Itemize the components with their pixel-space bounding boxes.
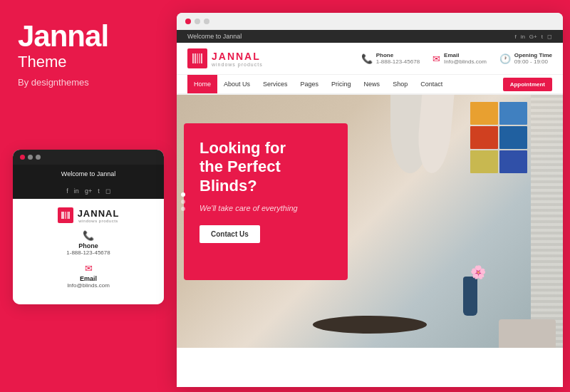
mobile-logo-name: JANNAL [78, 208, 120, 219]
mobile-content: JANNAL windows products 📞 Phone 1-888-12… [13, 199, 164, 304]
site-logo-texts: JANNAL windows products [212, 51, 263, 67]
vase [463, 277, 477, 316]
topbar-google-icon: G+ [529, 33, 537, 40]
nav-item-home[interactable]: Home [187, 75, 217, 93]
nav-item-pricing[interactable]: Pricing [325, 75, 358, 93]
browser-dot-red [185, 19, 191, 24]
slider-dots [181, 192, 185, 211]
brand-subtitle: Theme [18, 53, 159, 71]
site-logo-name: JANNAL [212, 51, 263, 62]
header-phone-icon: 📞 [361, 53, 373, 64]
site-header: JANNAL windows products 📞 Phone 1-888-12… [177, 43, 563, 75]
header-email-value: Info@blinds.com [444, 58, 487, 65]
site-logo-tagline: windows products [212, 62, 263, 67]
browser-chrome [177, 13, 563, 30]
header-phone-label: Phone [376, 52, 420, 58]
site-hero: 🌸 Looking for the Perfect Blinds? We'll … [177, 95, 563, 348]
mobile-logo-tagline: windows products [78, 219, 120, 223]
site-header-info: 📞 Phone 1-888-123-45678 ✉ Email Info@bli… [361, 52, 552, 65]
header-phone-value: 1-888-123-45678 [376, 58, 420, 65]
mobile-email-icon: ✉ [20, 263, 157, 274]
mobile-preview: Welcome to Jannal f in g+ t ◻ [13, 150, 164, 304]
mobile-social-bar: f in g+ t ◻ [13, 183, 164, 199]
topbar-facebook-icon: f [514, 33, 516, 40]
nav-item-pages[interactable]: Pages [294, 75, 326, 93]
site-topbar-social: f in G+ t ◻ [514, 33, 552, 40]
hero-cta-button[interactable]: Contact Us [200, 225, 260, 243]
nav-appointment-button[interactable]: Appointment [503, 78, 552, 91]
site-topbar-welcome: Welcome to Jannal [187, 33, 242, 40]
mobile-dot-1 [28, 155, 33, 160]
site-topbar: Welcome to Jannal f in G+ t ◻ [177, 30, 563, 43]
header-clock-icon: 🕐 [499, 53, 511, 64]
site-logo: JANNAL windows products [187, 48, 263, 68]
sofa-decoration [499, 319, 556, 348]
header-email-item: ✉ Email Info@blinds.com [432, 52, 487, 65]
mobile-twitter-icon: t [98, 187, 100, 195]
art-block-3 [470, 126, 498, 149]
mobile-instagram-icon: ◻ [105, 187, 110, 195]
brand-by: By designthemes [18, 77, 159, 88]
vase-flower: 🌸 [470, 264, 486, 280]
nav-item-news[interactable]: News [358, 75, 387, 93]
nav-item-services[interactable]: Services [256, 75, 294, 93]
art-block-5 [470, 150, 498, 173]
mobile-nav-welcome: Welcome to Jannal [13, 165, 164, 183]
art-block-4 [499, 126, 527, 149]
mobile-email-label: Email [20, 275, 157, 282]
browser-dot-2 [204, 19, 209, 24]
header-email-texts: Email Info@blinds.com [444, 52, 487, 65]
art-block-6 [499, 150, 527, 173]
mobile-email-info: ✉ Email Info@blinds.com [20, 263, 157, 289]
topbar-instagram-icon: ◻ [547, 33, 552, 40]
table-shape [313, 316, 427, 334]
mobile-phone-icon: 📞 [20, 230, 157, 241]
hero-subtext: We'll take care of everything [200, 204, 332, 212]
header-phone-texts: Phone 1-888-123-45678 [376, 52, 420, 65]
mobile-phone-label: Phone [20, 242, 157, 249]
topbar-linkedin-icon: in [521, 33, 525, 40]
mobile-logo-area: JANNAL windows products [20, 207, 157, 223]
art-block-2 [499, 102, 527, 125]
mobile-logo-icon [58, 207, 73, 223]
mobile-linkedin-icon: in [74, 187, 79, 195]
nav-item-contact[interactable]: Contact [414, 75, 449, 93]
header-opening-texts: Opening Time 09:00 - 19:00 [514, 52, 552, 65]
header-email-label: Email [444, 52, 487, 58]
brand-title: Jannal [18, 21, 159, 51]
header-email-icon: ✉ [432, 53, 440, 64]
slider-dot-2 [181, 200, 185, 204]
mobile-dot-2 [36, 155, 41, 160]
site-logo-icon [187, 48, 207, 68]
mobile-dot-red [20, 155, 25, 160]
header-opening-label: Opening Time [514, 52, 552, 58]
mobile-phone-info: 📞 Phone 1-888-123-45678 [20, 230, 157, 256]
browser-dot-1 [195, 19, 200, 24]
blinds-decoration [531, 95, 563, 348]
slider-dot-3 [181, 207, 185, 211]
nav-item-about[interactable]: About Us [217, 75, 256, 93]
slider-dot-1 [181, 192, 185, 197]
browser-panel: Welcome to Jannal f in G+ t ◻ JA [177, 13, 563, 387]
nav-item-shop[interactable]: Shop [386, 75, 414, 93]
mobile-email-value: Info@blinds.com [20, 282, 157, 289]
mobile-phone-value: 1-888-123-45678 [20, 249, 157, 256]
mobile-facebook-icon: f [66, 187, 68, 195]
wall-art [470, 102, 527, 173]
mobile-topbar [13, 150, 164, 165]
header-phone-item: 📞 Phone 1-888-123-45678 [361, 52, 420, 65]
header-opening-value: 09:00 - 19:00 [514, 58, 552, 65]
left-panel: Jannal Theme By designthemes Welcome to … [0, 0, 177, 392]
hero-heading: Looking for the Perfect Blinds? [200, 139, 332, 195]
art-block-1 [470, 102, 498, 125]
hero-card: Looking for the Perfect Blinds? We'll ta… [184, 123, 348, 280]
mobile-logo-texts: JANNAL windows products [78, 208, 120, 223]
mobile-google-icon: g+ [85, 187, 92, 195]
header-opening-item: 🕐 Opening Time 09:00 - 19:00 [499, 52, 552, 65]
topbar-twitter-icon: t [542, 33, 543, 40]
site-nav: Home About Us Services Pages Pricing New… [177, 75, 563, 95]
